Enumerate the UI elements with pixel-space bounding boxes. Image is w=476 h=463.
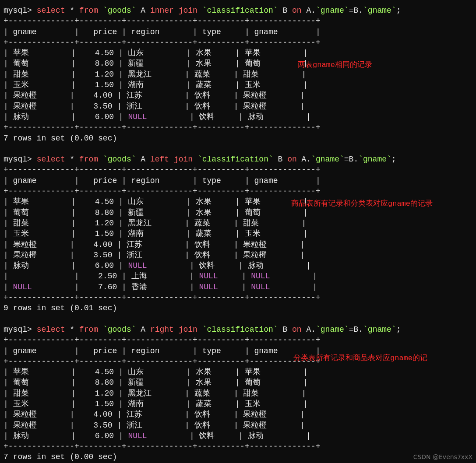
result-footer: 7 rows in set (0.00 sec) (4, 452, 472, 462)
table-border: +--------------+---------+--------------… (4, 186, 472, 196)
table-border: +--------------+---------+--------------… (4, 16, 472, 26)
table-row: | 玉米 | 1.50 | 湖南 | 蔬菜 | 玉米 | (4, 399, 472, 409)
annotation: 两表gname相同的记录 (298, 60, 372, 70)
table-row: | 苹果 | 4.50 | 山东 | 水果 | 苹果 | (4, 367, 472, 377)
annotation: 分类表所有记录和商品表对应gname的记 (293, 354, 427, 364)
sql-command: mysql> select * from `goods` A right joi… (4, 324, 472, 335)
table-row: | 苹果 | 4.50 | 山东 | 水果 | 苹果 | (4, 48, 472, 58)
table-row: | 果粒橙 | 3.50 | 浙江 | 饮料 | 果粒橙 | (4, 101, 472, 112)
result-footer: 7 rows in set (0.00 sec) (4, 133, 472, 144)
sql-command: mysql> select * from `goods` A left join… (4, 154, 472, 165)
table-row: | 果粒橙 | 4.00 | 江苏 | 饮料 | 果粒橙 | (4, 90, 472, 101)
annotation: 商品表所有记录和分类表对应gname的记录 (291, 199, 433, 209)
table-row: | 脉动 | 6.00 | NULL | 饮料 | 脉动 | (4, 112, 472, 122)
query-block: mysql> select * from `goods` A inner joi… (4, 5, 472, 154)
table-border: +--------------+---------+--------------… (4, 292, 472, 303)
table-border: +--------------+---------+--------------… (4, 122, 472, 133)
table-row: | 甜菜 | 1.20 | 黑龙江 | 蔬菜 | 甜菜 | (4, 388, 472, 399)
table-border: +--------------+---------+--------------… (4, 441, 472, 452)
result-footer: 9 rows in set (0.01 sec) (4, 303, 472, 313)
table-row: | 玉米 | 1.50 | 湖南 | 蔬菜 | 玉米 | (4, 80, 472, 90)
blank-line (4, 144, 472, 154)
table-row: | 甜菜 | 1.20 | 黑龙江 | 蔬菜 | 甜菜 | (4, 218, 472, 228)
watermark: CSDN @Evens7xxX (413, 453, 472, 461)
table-border: +--------------+---------+--------------… (4, 37, 472, 48)
blank-line (4, 314, 472, 324)
table-row: | 葡萄 | 8.80 | 新疆 | 水果 | 葡萄 | (4, 58, 472, 69)
table-row: | 果粒橙 | 4.00 | 江苏 | 饮料 | 果粒橙 | (4, 239, 472, 250)
table-border: +--------------+---------+--------------… (4, 335, 472, 345)
terminal-output: mysql> select * from `goods` A inner joi… (0, 0, 476, 463)
table-row: | | 2.50 | 上海 | NULL | NULL | (4, 271, 472, 281)
table-row: | NULL | 7.60 | 香港 | NULL | NULL | (4, 282, 472, 292)
table-border: +--------------+---------+--------------… (4, 165, 472, 175)
table-row: | 果粒橙 | 4.00 | 江苏 | 饮料 | 果粒橙 | (4, 409, 472, 420)
table-row: | 脉动 | 6.00 | NULL | 饮料 | 脉动 | (4, 260, 472, 271)
table-row: | 甜菜 | 1.20 | 黑龙江 | 蔬菜 | 甜菜 | (4, 69, 472, 80)
table-row: | 果粒橙 | 3.50 | 浙江 | 饮料 | 果粒橙 | (4, 250, 472, 260)
query-block: mysql> select * from `goods` A left join… (4, 154, 472, 324)
query-block: mysql> select * from `goods` A right joi… (4, 324, 472, 463)
table-row: | 脉动 | 6.00 | NULL | 饮料 | 脉动 | (4, 431, 472, 441)
table-header: | gname | price | region | type | gname … (4, 27, 472, 37)
table-header: | gname | price | region | type | gname … (4, 175, 472, 186)
sql-command: mysql> select * from `goods` A inner joi… (4, 5, 472, 16)
table-row: | 果粒橙 | 3.50 | 浙江 | 饮料 | 果粒橙 | (4, 420, 472, 431)
table-row: | 玉米 | 1.50 | 湖南 | 蔬菜 | 玉米 | (4, 228, 472, 239)
table-row: | 葡萄 | 8.80 | 新疆 | 水果 | 葡萄 | (4, 377, 472, 388)
